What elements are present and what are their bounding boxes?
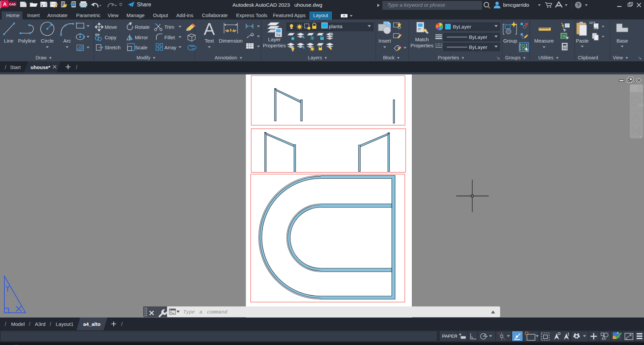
svg-text:Model: Model	[11, 321, 25, 327]
svg-text:CAD: CAD	[9, 3, 16, 6]
svg-text:/: /	[29, 321, 31, 327]
svg-text:uhouse*: uhouse*	[31, 64, 50, 70]
svg-text:Type a command: Type a command	[183, 309, 227, 315]
svg-text:a4_alto: a4_alto	[83, 321, 101, 327]
svg-text:Layout1: Layout1	[56, 321, 73, 327]
svg-text:A: A	[3, 1, 7, 7]
svg-text:/: /	[5, 321, 6, 327]
svg-text:A3rd: A3rd	[35, 321, 46, 327]
svg-text:/: /	[76, 64, 77, 70]
svg-text:PAPER: PAPER	[442, 334, 458, 339]
svg-text:A: A	[204, 20, 215, 39]
svg-text:/: /	[121, 321, 123, 327]
svg-text:2D: 2D	[638, 103, 644, 108]
svg-text:Start: Start	[10, 64, 21, 70]
svg-text:/: /	[5, 64, 6, 70]
svg-text:/: /	[50, 321, 51, 327]
svg-text:?: ?	[577, 2, 580, 8]
